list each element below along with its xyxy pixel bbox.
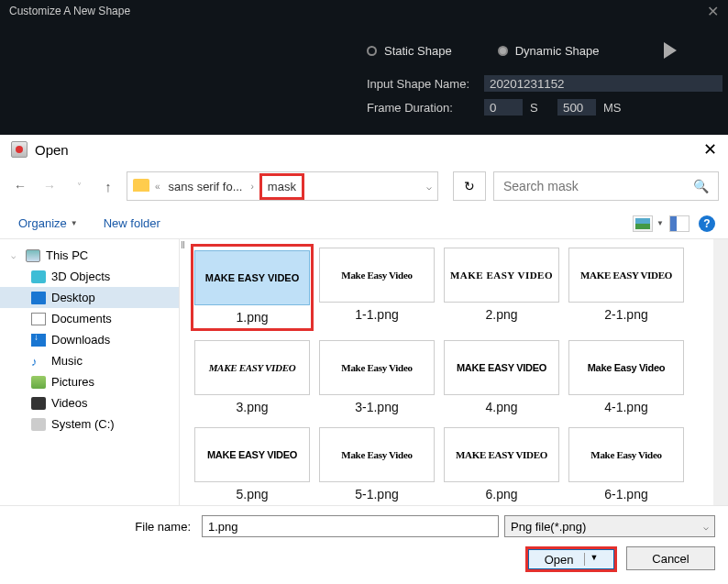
sidebar-item-label: Pictures <box>51 375 94 389</box>
input-shape-name-label: Input Shape Name: <box>367 77 477 91</box>
file-thumbnail: MAKE EASY VIDEO <box>444 340 559 395</box>
open-button-label: Open <box>545 553 574 567</box>
app-icon <box>11 141 28 158</box>
breadcrumb-item-current[interactable]: mask <box>259 173 304 200</box>
frame-duration-sec-input[interactable] <box>484 99 523 116</box>
close-icon[interactable]: ✕ <box>707 3 719 20</box>
sidebar-item-music[interactable]: ♪Music <box>0 350 179 371</box>
sidebar-item-3d-objects[interactable]: 3D Objects <box>0 266 179 287</box>
expand-caret-icon[interactable]: ⌵ <box>11 251 20 260</box>
file-thumbnail: MAKE EASY VIDEO <box>444 248 559 303</box>
refresh-button[interactable]: ↻ <box>453 171 486 201</box>
static-shape-label: Static Shape <box>384 44 452 58</box>
file-name-label: File name: <box>13 520 196 534</box>
chevron-right-icon: › <box>250 182 253 192</box>
breadcrumb-dropdown-icon[interactable]: ⌵ <box>426 182 432 192</box>
music-icon: ♪ <box>31 355 46 368</box>
recent-dropdown[interactable]: ˅ <box>68 182 90 192</box>
organize-menu[interactable]: Organize ▼ <box>18 216 78 230</box>
seconds-unit: S <box>530 101 550 115</box>
file-item[interactable]: Make Easy Video6-1.png <box>565 424 688 505</box>
back-button[interactable]: ← <box>9 179 31 193</box>
folder-type-icon <box>31 334 46 347</box>
file-label: 2-1.png <box>604 307 647 322</box>
chevron-down-icon: ▼ <box>71 219 78 227</box>
dynamic-shape-label: Dynamic Shape <box>515 44 600 58</box>
file-item[interactable]: MAKE EASY VIDEO6.png <box>440 424 563 505</box>
cancel-button[interactable]: Cancel <box>626 546 715 570</box>
file-thumbnail: Make Easy Video <box>568 427 684 482</box>
file-item[interactable]: Make Easy Video5-1.png <box>315 424 438 505</box>
file-item[interactable]: MAKE EASY VIDEO2-1.png <box>565 244 688 331</box>
file-label: 3.png <box>236 400 268 414</box>
open-button[interactable]: Open ▼ <box>528 549 614 569</box>
file-thumbnail: Make Easy Video <box>568 340 684 395</box>
sidebar-item-desktop[interactable]: Desktop <box>0 287 179 308</box>
dynamic-shape-radio[interactable]: Dynamic Shape <box>498 44 600 58</box>
sidebar-item-label: Downloads <box>51 333 110 347</box>
scrollbar[interactable] <box>713 239 728 505</box>
open-button-highlight-wrap: Open ▼ <box>525 546 617 572</box>
file-label: 6.png <box>485 487 517 501</box>
ms-unit: MS <box>603 101 623 115</box>
search-input[interactable] <box>503 172 693 200</box>
file-item[interactable]: Make Easy Video4-1.png <box>565 336 688 418</box>
sidebar-item-this-pc[interactable]: ⌵This PC <box>0 245 179 266</box>
play-icon[interactable] <box>664 42 677 59</box>
file-item[interactable]: MAKE EASY VIDEO3.png <box>191 336 314 418</box>
file-thumbnail: Make Easy Video <box>319 340 435 395</box>
dialog-close-icon[interactable]: ✕ <box>703 139 717 160</box>
file-label: 4.png <box>485 400 517 414</box>
open-button-dropdown-icon[interactable]: ▼ <box>584 553 598 566</box>
sidebar: ⌵This PC3D ObjectsDesktopDocumentsDownlo… <box>0 239 180 505</box>
sidebar-item-pictures[interactable]: Pictures <box>0 371 179 392</box>
file-label: 4-1.png <box>604 400 647 414</box>
file-label: 6-1.png <box>604 487 647 501</box>
file-name-input[interactable] <box>202 515 499 537</box>
file-item[interactable]: MAKE EASY VIDEO1.png <box>191 244 314 331</box>
file-thumbnail: MAKE EASY VIDEO <box>194 427 310 482</box>
sidebar-item-label: Desktop <box>51 291 95 304</box>
view-mode-button[interactable] <box>633 215 653 232</box>
search-box: 🔍 <box>493 171 719 201</box>
sidebar-resize-handle[interactable] <box>180 239 187 505</box>
folder-type-icon <box>31 397 46 410</box>
sidebar-item-documents[interactable]: Documents <box>0 308 179 329</box>
folder-icon <box>133 179 149 192</box>
folder-type-icon <box>31 418 46 431</box>
breadcrumb[interactable]: « sans serif fo... › mask ⌵ <box>127 171 438 201</box>
frame-duration-ms-input[interactable] <box>557 99 596 116</box>
sidebar-item-system-c-[interactable]: System (C:) <box>0 413 179 435</box>
breadcrumb-item-parent[interactable]: sans serif fo... <box>166 178 246 195</box>
folder-type-icon <box>31 292 46 304</box>
shape-name-input[interactable] <box>484 75 722 92</box>
file-item[interactable]: Make Easy Video1-1.png <box>315 244 438 331</box>
organize-label: Organize <box>18 216 67 230</box>
file-thumbnail: MAKE EASY VIDEO <box>568 248 684 303</box>
file-type-select[interactable]: Png file(*.png) ⌵ <box>504 515 715 537</box>
file-item[interactable]: MAKE EASY VIDEO4.png <box>440 336 563 418</box>
file-item[interactable]: MAKE EASY VIDEO5.png <box>191 424 314 505</box>
sidebar-item-downloads[interactable]: Downloads <box>0 329 179 350</box>
search-icon[interactable]: 🔍 <box>693 179 709 193</box>
sidebar-item-videos[interactable]: Videos <box>0 392 179 413</box>
radio-unfilled-icon <box>367 46 377 56</box>
breadcrumb-overflow[interactable]: « <box>155 182 160 192</box>
sidebar-item-label: System (C:) <box>51 417 115 431</box>
preview-pane-button[interactable] <box>669 215 689 232</box>
file-open-dialog: Open ✕ ← → ˅ ↑ « sans serif fo... › mask… <box>0 135 728 584</box>
forward-button[interactable]: → <box>39 179 61 193</box>
folder-type-icon <box>31 376 46 389</box>
sidebar-item-label: Documents <box>51 312 112 325</box>
frame-duration-label: Frame Duration: <box>367 101 477 115</box>
new-folder-button[interactable]: New folder <box>104 216 160 230</box>
file-item[interactable]: Make Easy Video3-1.png <box>315 336 438 418</box>
static-shape-radio[interactable]: Static Shape <box>367 44 452 58</box>
file-item[interactable]: MAKE EASY VIDEO2.png <box>440 244 563 331</box>
file-label: 2.png <box>485 307 517 322</box>
file-type-label: Png file(*.png) <box>511 520 586 534</box>
folder-type-icon <box>31 270 46 283</box>
up-button[interactable]: ↑ <box>97 179 119 194</box>
help-icon[interactable]: ? <box>699 215 715 232</box>
view-mode-dropdown-icon[interactable]: ▼ <box>656 219 664 227</box>
